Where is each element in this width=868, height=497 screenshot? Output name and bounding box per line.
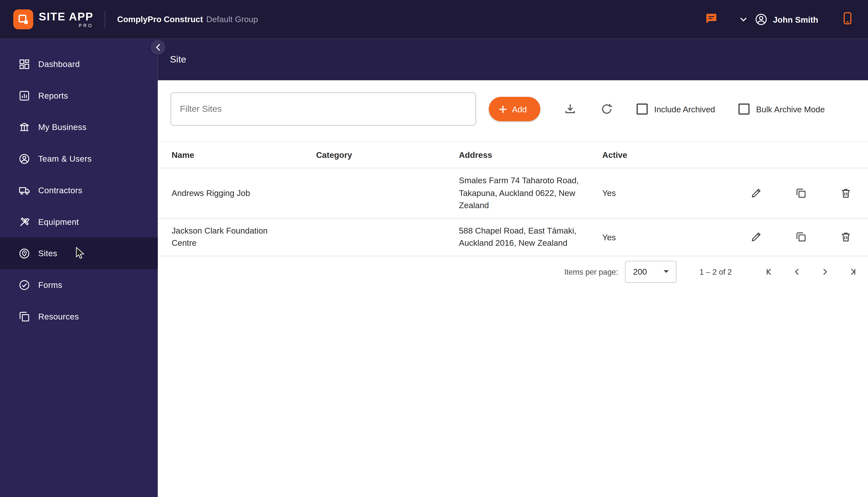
first-page-icon [764,266,775,277]
include-archived-checkbox[interactable] [637,103,648,115]
previous-page-button[interactable] [792,266,802,277]
include-archived-toggle[interactable]: Include Archived [637,103,715,115]
sidebar-collapse-button[interactable] [151,40,166,55]
chevron-down-icon[interactable] [740,17,747,22]
sites-table: Name Category Address Active Andrews Rig… [158,141,868,256]
column-header-address[interactable]: Address [459,141,602,168]
users-icon [18,152,30,165]
download-icon [564,102,577,115]
site-category [316,168,459,218]
add-site-button[interactable]: Add [489,97,540,121]
sidebar-item-label: Dashboard [38,59,80,69]
site-address: 588 Chapel Road, East Tāmaki, Auckland 2… [459,225,583,250]
column-header-actions [669,141,868,168]
delete-button[interactable] [840,187,852,199]
dashboard-icon [18,58,30,70]
table-header-row: Name Category Address Active [158,141,868,168]
sidebar-item-my-business[interactable]: My Business [0,111,158,143]
last-page-button[interactable] [847,266,858,277]
plus-icon [499,105,507,113]
column-header-active[interactable]: Active [602,141,669,168]
column-header-name[interactable]: Name [158,141,316,168]
logo-site: SITE [39,11,66,22]
truck-icon [18,184,30,196]
chevron-left-icon [156,44,161,51]
table-row[interactable]: Andrews Rigging Job Smales Farm 74 Tahar… [158,168,868,218]
trash-icon [840,187,852,199]
sidebar-item-resources[interactable]: Resources [0,300,158,332]
logo-text: SITEAPP PRO [39,11,94,28]
next-page-button[interactable] [819,266,830,277]
reports-icon [18,89,30,102]
download-button[interactable] [564,102,577,115]
bulk-archive-toggle[interactable]: Bulk Archive Mode [738,103,825,115]
filter-sites-input[interactable] [171,93,476,126]
user-menu[interactable]: John Smith [755,13,818,26]
logo-pro: PRO [39,24,94,28]
site-name: Andrews Rigging Job [172,187,282,199]
delete-button[interactable] [840,231,852,243]
sidebar-item-reports[interactable]: Reports [0,80,158,111]
items-per-page-select[interactable]: 200 [625,260,676,283]
sidebar-item-label: Forms [38,280,62,289]
sidebar-item-label: My Business [38,122,86,132]
first-page-button[interactable] [764,266,775,277]
resources-icon [18,310,30,323]
sidebar: Dashboard Reports My Business [0,39,158,497]
copy-icon [795,187,807,199]
items-per-page-value: 200 [633,267,647,276]
last-page-icon [847,266,858,277]
main-content: Add Include Archived Bulk Arch [158,80,868,497]
topbar-right: John Smith [705,12,868,27]
page-title: Site [170,54,186,65]
page-range-label: 1 – 2 of 2 [699,267,732,276]
pencil-icon [750,231,762,243]
breadcrumb: ComplyPro ConstructDefault Group [117,14,258,24]
site-active: Yes [602,218,669,256]
sidebar-item-sites[interactable]: Sites [0,238,158,269]
location-pin-icon [18,247,30,259]
include-archived-label: Include Archived [654,104,715,114]
add-button-label: Add [512,104,527,114]
sidebar-item-label: Team & Users [38,154,91,164]
bulk-archive-label: Bulk Archive Mode [756,104,825,114]
duplicate-button[interactable] [795,187,807,199]
mobile-device-icon[interactable] [841,12,854,27]
user-name: John Smith [773,15,818,24]
pagination-bar: Items per page: 200 1 – 2 of 2 [158,256,868,287]
refresh-button[interactable] [600,102,613,115]
sidebar-item-team-users[interactable]: Team & Users [0,143,158,174]
sidebar-item-label: Equipment [38,217,79,226]
column-header-category[interactable]: Category [316,141,459,168]
check-circle-icon [18,279,30,291]
toolbar: Add Include Archived Bulk Arch [171,93,868,126]
chat-icon[interactable] [705,12,718,27]
items-per-page-label: Items per page: [564,267,618,276]
sidebar-item-dashboard[interactable]: Dashboard [0,48,158,80]
app-logo[interactable]: SITEAPP PRO [0,10,94,29]
sidebar-item-equipment[interactable]: Equipment [0,206,158,238]
group-name: Default Group [206,14,258,24]
edit-button[interactable] [750,231,762,243]
logo-icon [13,10,33,29]
table-row[interactable]: Jackson Clark Foundation Centre 588 Chap… [158,218,868,256]
business-icon [18,121,30,133]
topbar-divider [104,11,105,28]
chevron-right-icon [819,266,830,277]
site-category [316,218,459,256]
topbar: SITEAPP PRO ComplyPro ConstructDefault G… [0,0,868,39]
chevron-left-icon [792,266,802,277]
copy-icon [795,231,807,243]
bulk-archive-checkbox[interactable] [738,103,749,115]
sidebar-item-contractors[interactable]: Contractors [0,174,158,206]
page-header: Site [158,39,868,81]
duplicate-button[interactable] [795,231,807,243]
sidebar-item-label: Contractors [38,185,82,195]
sidebar-item-forms[interactable]: Forms [0,269,158,300]
site-active: Yes [602,168,669,218]
site-name: Jackson Clark Foundation Centre [172,225,282,249]
logo-app: APP [69,11,94,22]
pencil-icon [750,187,762,199]
refresh-icon [600,102,613,115]
edit-button[interactable] [750,187,762,199]
